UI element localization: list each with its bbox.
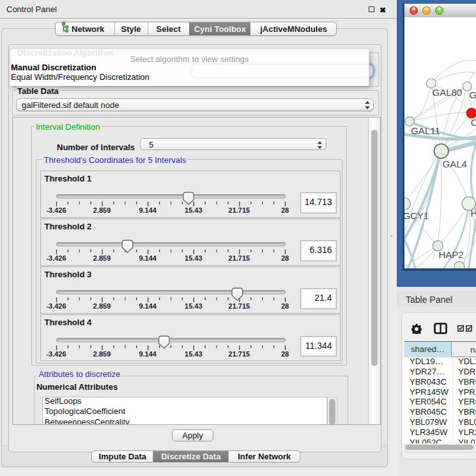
svg-text:GAL80: GAL80: [433, 87, 463, 98]
svg-text:C: C: [471, 117, 476, 128]
svg-text:HAP2: HAP2: [438, 249, 463, 260]
svg-text:GCY1: GCY1: [404, 210, 429, 221]
svg-text:GA: GA: [470, 89, 476, 100]
svg-text:GAL11: GAL11: [411, 125, 440, 136]
svg-text:H: H: [471, 208, 476, 219]
svg-text:GAL4: GAL4: [443, 158, 467, 169]
